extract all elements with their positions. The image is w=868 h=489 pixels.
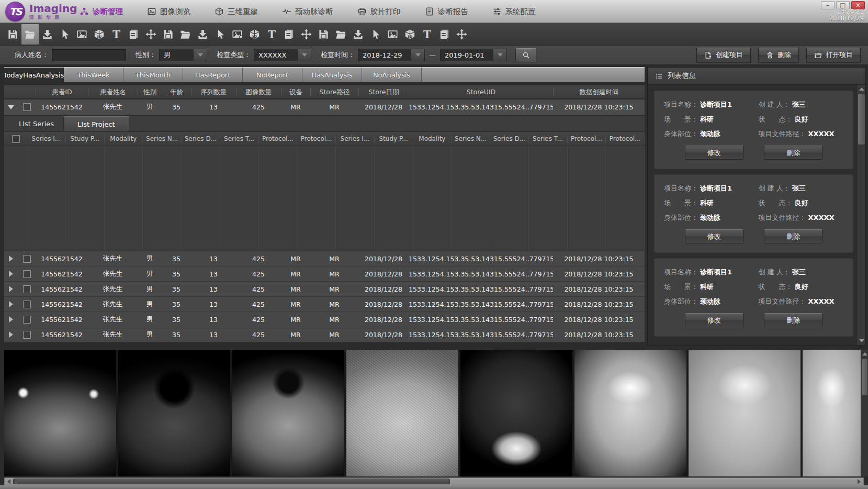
cursor-button[interactable] [367,24,384,45]
exam-type-select[interactable]: XXXXXX [254,49,311,61]
mri-thumbnail-3[interactable] [232,350,344,476]
series-column-header[interactable]: Series T... [529,135,568,143]
tab-list-project[interactable]: LIst Project [63,116,129,131]
image-adjust-button[interactable] [73,24,91,45]
thumbnail-scrollbar[interactable] [861,350,868,476]
patient-name-input[interactable] [52,49,126,61]
scroll-right-arrow-icon[interactable] [855,478,863,485]
tab-this-week[interactable]: ThisWeek [64,68,123,82]
scroll-up-arrow-icon[interactable] [857,85,866,93]
series-column-header[interactable]: Series N... [452,135,490,143]
export-button[interactable] [39,24,56,45]
column-header[interactable]: Store路径 [310,88,358,96]
column-header[interactable]: 图像数量 [236,88,281,96]
image-adjust-button[interactable] [384,24,401,45]
series-column-header[interactable]: Series I... [336,135,375,143]
move-button[interactable] [298,24,315,45]
series-column-header[interactable]: Modality [105,135,143,143]
tab-list-series[interactable]: LIst Series [9,120,63,131]
export-button[interactable] [194,24,211,45]
menu-item-carotid-diagnosis[interactable]: 颈动脉诊断 [282,7,333,17]
date-from-select[interactable]: 2018-12-29 [358,49,425,61]
save-button[interactable] [315,24,332,45]
scroll-up-arrow-icon[interactable] [861,350,868,358]
modify-button[interactable]: 修改 [685,313,743,327]
column-header[interactable]: 设备 [281,88,310,96]
open-folder-button[interactable] [21,24,39,45]
chevron-down-icon[interactable] [193,49,207,61]
image-adjust-button[interactable] [229,24,246,45]
export-button[interactable] [350,24,367,45]
tab-has-analysis[interactable]: HasAnalysis [302,68,362,82]
column-header[interactable]: 年龄 [162,88,191,96]
tab-no-analysis[interactable]: NoAnalysis [362,68,422,82]
mri-thumbnail-5[interactable] [460,350,572,476]
expand-arrow-icon[interactable] [9,331,13,338]
menu-item-3d-reconstruction[interactable]: 三维重建 [215,7,258,17]
cube-3d-button[interactable] [246,24,263,45]
mri-thumbnail-6[interactable] [574,350,686,476]
tab-has-report[interactable]: HasReport [183,68,243,82]
row-checkbox[interactable] [23,255,31,263]
mri-thumbnail-4[interactable] [346,350,458,476]
menu-item-system-config[interactable]: 系统配置 [492,7,536,17]
notes-button[interactable] [125,24,142,45]
scrollbar-thumb[interactable] [862,359,867,395]
cursor-button[interactable] [211,24,229,45]
delete-button[interactable]: 删除 [758,48,799,62]
series-column-header[interactable]: Protocol... [606,135,645,143]
open-folder-button[interactable] [332,24,350,45]
column-header[interactable]: 患者ID [36,88,88,96]
tab-this-month[interactable]: ThisMonth [123,68,183,82]
column-header[interactable]: 数据创建时间 [553,88,645,96]
series-column-header[interactable]: Protocol... [259,135,298,143]
table-row[interactable]: 1455621542 张先生 男 35 13 425 MR MR 2018/12… [4,282,645,297]
row-checkbox[interactable] [23,301,31,308]
chevron-down-icon[interactable] [493,49,506,61]
delete-button[interactable]: 删除 [764,313,822,327]
expand-arrow-icon[interactable] [9,286,13,292]
menu-item-image-browse[interactable]: 图像浏览 [147,7,190,17]
date-to-select[interactable]: 2019-01-01 [440,49,507,61]
scrollbar-thumb[interactable] [858,94,865,145]
cube-3d-button[interactable] [401,24,419,45]
mri-thumbnail-1[interactable] [4,350,116,476]
text-button[interactable] [108,24,125,45]
series-column-header[interactable]: Series D... [490,135,529,143]
tab-no-report[interactable]: NoReport [243,68,302,82]
row-checkbox[interactable] [23,331,31,339]
expand-arrow-icon[interactable] [9,271,13,277]
column-header[interactable]: StoreUID [409,88,553,96]
create-project-button[interactable]: 创建项目 [696,48,751,62]
save-button[interactable] [160,24,177,45]
series-column-header[interactable]: Modality [413,135,452,143]
text-button[interactable] [419,24,436,45]
expand-arrow-icon[interactable] [9,255,13,262]
row-checkbox[interactable] [23,103,31,111]
save-button[interactable] [4,24,21,45]
modify-button[interactable]: 修改 [685,229,743,243]
column-header[interactable]: 序列数量 [191,88,236,96]
panel-scrollbar[interactable] [856,85,865,345]
column-header[interactable]: 患者姓名 [88,88,138,96]
expand-arrow-icon[interactable] [9,301,13,307]
tab-today-has-analysis[interactable]: TodayHasAnalysis [4,68,64,82]
table-row[interactable]: 1455621542 张先生 男 35 13 425 MR MR 2018/12… [4,266,645,282]
scrollbar-thumb[interactable] [13,479,450,484]
open-folder-button[interactable] [177,24,194,45]
collapse-arrow-icon[interactable] [8,105,14,109]
chevron-down-icon[interactable] [297,49,311,61]
series-column-header[interactable]: Series D... [182,135,220,143]
select-all-checkbox[interactable] [12,135,20,143]
gender-select[interactable]: 男 [159,49,207,61]
search-button[interactable] [515,48,536,62]
row-checkbox[interactable] [23,316,31,324]
mri-thumbnail-8[interactable] [803,350,861,476]
delete-button[interactable]: 删除 [764,146,822,160]
move-button[interactable] [453,24,470,45]
series-column-header[interactable]: Protocol... [568,135,606,143]
text-button[interactable] [263,24,280,45]
series-column-header[interactable]: Study P... [375,135,413,143]
series-column-header[interactable]: Study P... [66,135,105,143]
mri-thumbnail-2[interactable] [118,350,230,476]
